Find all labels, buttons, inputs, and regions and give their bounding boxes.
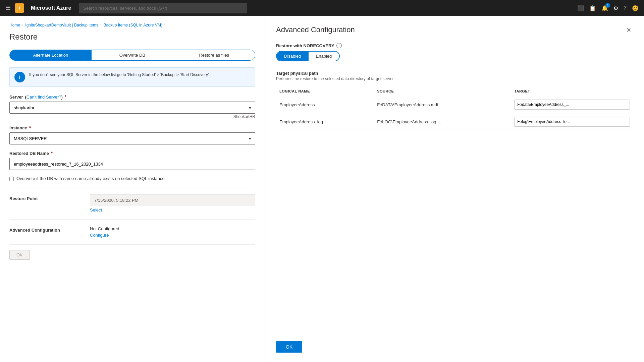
col-logical-name: LOGICAL NAME <box>276 86 374 96</box>
restored-db-required: * <box>51 150 53 156</box>
advanced-config-section: Advanced Configuration Not Configured Co… <box>9 219 255 244</box>
app-title: Microsoft Azure <box>31 5 71 11</box>
azure-logo-icon: ☀ <box>15 3 24 13</box>
server-label: Server (Can't find Server?) * <box>9 94 255 100</box>
instance-select[interactable]: MSSQLSERVER <box>9 132 255 144</box>
breadcrumb: Home › IgniteShopkartDemoVault | Backup … <box>9 23 255 27</box>
instance-group: Instance * MSSQLSERVER <box>9 125 255 144</box>
toggle-enabled-button[interactable]: Enabled <box>309 52 339 61</box>
breadcrumb-vault[interactable]: IgniteShopkartDemoVault | Backup items <box>25 23 98 27</box>
restored-db-label: Restored DB Name * <box>9 150 255 156</box>
norecovery-toggle-group: Disabled Enabled <box>276 51 340 61</box>
hamburger-menu-icon[interactable]: ☰ <box>5 4 11 12</box>
notifications-icon[interactable]: 🔔 1 <box>601 5 608 11</box>
col-target: TARGET <box>511 86 633 96</box>
adv-config-label: Advanced Configuration <box>9 226 90 233</box>
info-box: i If you don't see your SQL Server in th… <box>9 67 255 87</box>
notifications-badge: 1 <box>605 3 610 8</box>
breadcrumb-home[interactable]: Home <box>9 23 20 27</box>
restore-point-right: Select <box>90 194 255 213</box>
advanced-config-panel: Advanced Configuration ✕ Restore with NO… <box>265 16 644 362</box>
physical-path-section: Target physical path Performs the restor… <box>276 71 633 130</box>
server-hint: ShopkartHR <box>9 114 255 119</box>
target-cell <box>511 113 633 130</box>
table-row: EmployeeAddressF:\DATA\EmployeeAddress.m… <box>276 96 633 113</box>
source-cell: F:\DATA\EmployeeAddress.mdf <box>374 96 511 113</box>
help-icon[interactable]: ? <box>624 5 627 11</box>
logical-name-cell: EmployeeAddress_log <box>276 113 374 130</box>
server-group: Server (Can't find Server?) * shopkarthr… <box>9 94 255 119</box>
instance-required: * <box>29 125 31 130</box>
norecovery-info-icon[interactable]: i <box>336 43 342 48</box>
page-title: Restore <box>9 32 255 42</box>
overwrite-checkbox[interactable] <box>9 177 14 181</box>
restore-tab-strip: Alternate Location Overwrite DB Restore … <box>9 50 255 61</box>
panel-title: Advanced Configuration <box>276 25 355 34</box>
right-ok-button[interactable]: OK <box>276 341 302 353</box>
tab-restore-as-files[interactable]: Restore as files <box>173 50 255 60</box>
restore-panel: Home › IgniteShopkartDemoVault | Backup … <box>0 16 265 362</box>
col-source: SOURCE <box>374 86 511 96</box>
right-footer: OK <box>276 341 302 353</box>
toggle-disabled-button[interactable]: Disabled <box>277 52 309 61</box>
instance-label: Instance * <box>9 125 255 130</box>
target-cell <box>511 96 633 113</box>
info-icon: i <box>14 72 25 82</box>
cloud-shell-icon[interactable]: ⬛ <box>577 5 584 11</box>
restore-point-input <box>90 194 255 206</box>
left-ok-button[interactable]: OK <box>9 250 30 260</box>
tab-overwrite-db[interactable]: Overwrite DB <box>92 50 173 60</box>
feedback-icon[interactable]: 📋 <box>589 5 596 11</box>
info-text: If you don't see your SQL Server in the … <box>29 72 209 78</box>
table-row: EmployeeAddress_logF:\LOG\EmployeeAddres… <box>276 113 633 130</box>
panel-header: Advanced Configuration ✕ <box>276 25 633 35</box>
restored-db-input[interactable] <box>9 158 255 170</box>
overwrite-checkbox-row: Overwrite if the DB with same name alrea… <box>9 176 255 181</box>
close-button[interactable]: ✕ <box>624 25 633 35</box>
adv-config-right: Not Configured Configure <box>90 226 255 238</box>
server-required: * <box>65 94 66 100</box>
target-input[interactable] <box>514 117 630 127</box>
main-layout: Home › IgniteShopkartDemoVault | Backup … <box>0 16 644 362</box>
adv-config-status: Not Configured <box>90 226 255 231</box>
settings-icon[interactable]: ⚙ <box>613 5 618 11</box>
search-input[interactable] <box>79 3 247 13</box>
instance-select-wrapper: MSSQLSERVER <box>9 132 255 144</box>
logical-name-cell: EmployeeAddress <box>276 96 374 113</box>
phys-path-table: LOGICAL NAME SOURCE TARGET EmployeeAddre… <box>276 86 633 130</box>
restore-point-label: Restore Point <box>9 194 90 201</box>
tab-alternate-location[interactable]: Alternate Location <box>10 50 92 60</box>
adv-config-link[interactable]: Configure <box>90 233 255 238</box>
account-icon[interactable]: 😊 <box>632 5 639 11</box>
restore-point-section: Restore Point Select <box>9 187 255 219</box>
source-cell: F:\LOG\EmployeeAddress_log.... <box>374 113 511 130</box>
norecovery-label: Restore with NORECOVERY <box>276 43 334 48</box>
topnav-icon-group: ⬛ 📋 🔔 1 ⚙ ? 😊 <box>577 5 639 11</box>
cant-find-server-link[interactable]: Can't find Server? <box>26 95 61 100</box>
restored-db-group: Restored DB Name * <box>9 150 255 170</box>
phys-path-title: Target physical path <box>276 71 633 76</box>
server-select-wrapper: shopkarthr <box>9 102 255 114</box>
restore-point-select-link[interactable]: Select <box>90 207 255 213</box>
norecovery-section-title: Restore with NORECOVERY i <box>276 43 633 48</box>
overwrite-label[interactable]: Overwrite if the DB with same name alrea… <box>16 176 165 181</box>
top-navigation: ☰ ☀ Microsoft Azure ⬛ 📋 🔔 1 ⚙ ? 😊 <box>0 0 644 16</box>
target-input[interactable] <box>514 100 630 110</box>
server-select[interactable]: shopkarthr <box>9 102 255 114</box>
breadcrumb-backup-items[interactable]: Backup Items (SQL in Azure VM) <box>103 23 162 27</box>
phys-path-desc: Performs the restore to the selected dat… <box>276 76 633 81</box>
left-footer: OK <box>9 244 255 260</box>
